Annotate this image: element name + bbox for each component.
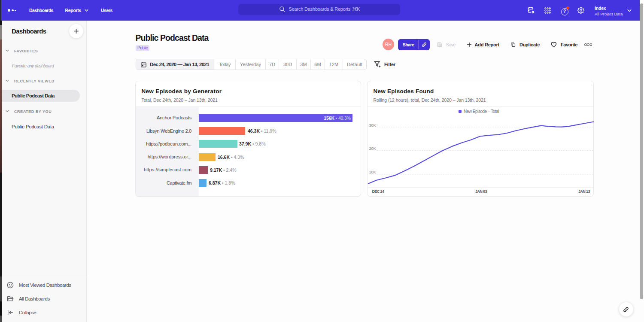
svg-text:10K: 10K [369,170,376,174]
svg-text:JAN 13: JAN 13 [578,189,590,194]
svg-text:DEC 24: DEC 24 [372,189,384,194]
svg-text:30K: 30K [369,123,376,128]
svg-text:20K: 20K [369,146,376,151]
svg-text:JAN 03: JAN 03 [475,189,487,194]
